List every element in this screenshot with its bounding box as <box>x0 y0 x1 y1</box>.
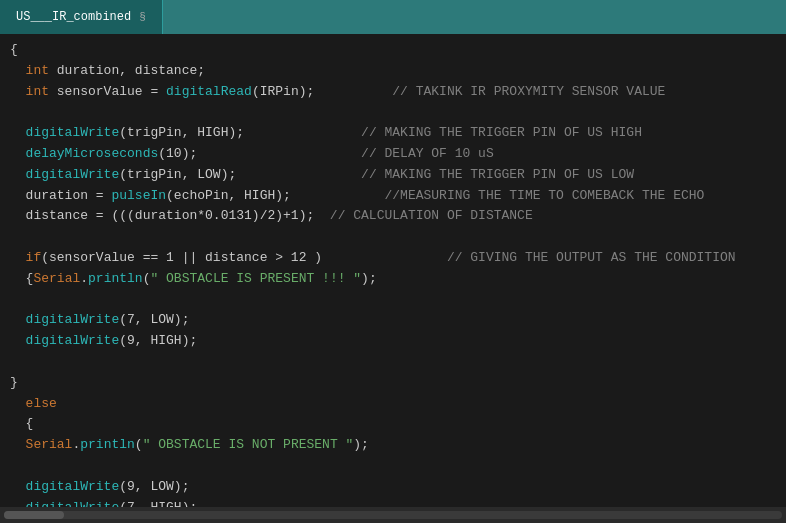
line-16 <box>10 352 776 373</box>
line-3: int sensorValue = digitalRead(IRPin); //… <box>10 82 776 103</box>
line-21 <box>10 456 776 477</box>
line-14: digitalWrite(7, LOW); <box>10 310 776 331</box>
line-20: Serial.println(" OBSTACLE IS NOT PRESENT… <box>10 435 776 456</box>
line-18: else <box>10 394 776 415</box>
line-7: digitalWrite(trigPin, LOW); // MAKING TH… <box>10 165 776 186</box>
line-23: digitalWrite(7, HIGH); <box>10 498 776 507</box>
line-19: { <box>10 414 776 435</box>
close-icon[interactable]: § <box>139 11 146 23</box>
tab-label: US___IR_combined <box>16 10 131 24</box>
scrollbar-thumb[interactable] <box>4 511 64 519</box>
line-22: digitalWrite(9, LOW); <box>10 477 776 498</box>
line-15: digitalWrite(9, HIGH); <box>10 331 776 352</box>
line-5: digitalWrite(trigPin, HIGH); // MAKING T… <box>10 123 776 144</box>
line-13 <box>10 290 776 311</box>
line-4 <box>10 102 776 123</box>
scrollbar-area[interactable] <box>0 507 786 523</box>
line-11: if(sensorValue == 1 || distance > 12 ) /… <box>10 248 776 269</box>
line-2: int duration, distance; <box>10 61 776 82</box>
tab-us-ir-combined[interactable]: US___IR_combined § <box>0 0 163 34</box>
editor-area: { int duration, distance; int sensorValu… <box>0 34 786 507</box>
line-8: duration = pulseIn(echoPin, HIGH); //MEA… <box>10 186 776 207</box>
line-6: delayMicroseconds(10); // DELAY OF 10 uS <box>10 144 776 165</box>
line-12: {Serial.println(" OBSTACLE IS PRESENT !!… <box>10 269 776 290</box>
line-1: { <box>10 40 776 61</box>
line-10 <box>10 227 776 248</box>
line-17: } <box>10 373 776 394</box>
tab-bar: US___IR_combined § <box>0 0 786 34</box>
scrollbar-track[interactable] <box>4 511 782 519</box>
line-9: distance = (((duration*0.0131)/2)+1); //… <box>10 206 776 227</box>
